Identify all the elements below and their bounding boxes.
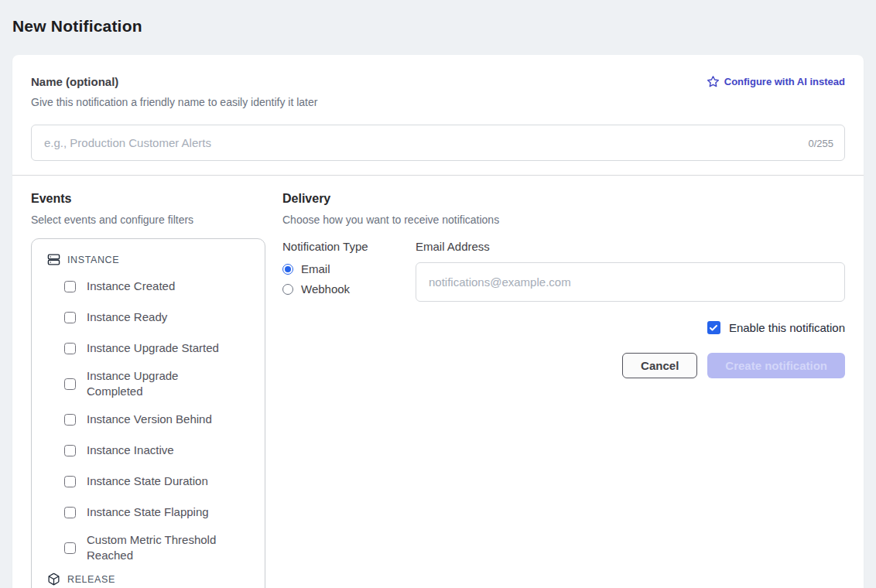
configure-with-ai-link[interactable]: Configure with AI instead xyxy=(707,75,845,88)
radio-option-email[interactable]: Email xyxy=(282,262,416,275)
delivery-title: Delivery xyxy=(282,192,845,206)
enable-notification-checkbox[interactable] xyxy=(707,321,720,334)
event-label: Instance Inactive xyxy=(87,443,174,458)
name-description: Give this notification a friendly name t… xyxy=(31,96,845,108)
event-checkbox[interactable] xyxy=(64,445,76,456)
delivery-section: Delivery Choose how you want to receive … xyxy=(282,192,845,588)
event-group-label: RELEASE xyxy=(67,574,115,585)
enable-notification-label: Enable this notification xyxy=(729,321,845,334)
event-label: Instance Ready xyxy=(87,309,167,325)
server-icon xyxy=(47,253,60,266)
event-label: Instance Created xyxy=(87,279,175,294)
notification-type-group: Notification Type Email Webhook xyxy=(282,240,416,303)
event-checkbox-row[interactable]: Instance Created xyxy=(39,271,257,302)
event-label: Instance State Flapping xyxy=(87,504,209,520)
char-counter: 0/255 xyxy=(808,137,833,149)
event-label: Instance Upgrade Completed xyxy=(87,368,226,399)
event-checkbox[interactable] xyxy=(64,312,76,323)
name-input[interactable] xyxy=(31,125,845,161)
events-title: Events xyxy=(31,192,265,206)
event-label: Instance Upgrade Started xyxy=(87,340,219,356)
event-checkbox-row[interactable]: Instance Ready xyxy=(39,302,257,333)
configure-with-ai-label: Configure with AI instead xyxy=(724,76,845,87)
email-address-group: Email Address xyxy=(416,240,845,303)
event-label: Custom Metric Threshold Reached xyxy=(87,532,226,563)
event-group-instance: INSTANCE xyxy=(39,248,257,271)
event-checkbox-row[interactable]: Instance Upgrade Completed xyxy=(39,364,257,404)
enable-notification-row[interactable]: Enable this notification xyxy=(282,321,845,334)
event-checkbox[interactable] xyxy=(64,542,76,554)
name-field-label: Name (optional) xyxy=(31,75,118,88)
new-notification-card: Name (optional) Configure with AI instea… xyxy=(12,55,864,588)
event-checkbox-row[interactable]: Instance State Duration xyxy=(39,466,257,497)
email-address-input[interactable] xyxy=(416,262,845,302)
delivery-subtitle: Choose how you want to receive notificat… xyxy=(282,214,845,226)
notification-type-label: Notification Type xyxy=(282,240,416,253)
check-icon xyxy=(709,323,718,333)
event-checkbox-row[interactable]: Instance Upgrade Started xyxy=(39,333,257,364)
event-checkbox-row[interactable]: Instance Inactive xyxy=(39,435,257,466)
form-actions: Cancel Create notification xyxy=(282,353,845,378)
events-subtitle: Select events and configure filters xyxy=(31,214,265,226)
event-label: Instance State Duration xyxy=(87,473,208,489)
events-list: Instance Created Instance Ready Instance… xyxy=(39,271,257,568)
radio-webhook-label: Webhook xyxy=(301,282,350,296)
cancel-button[interactable]: Cancel xyxy=(622,353,697,378)
event-checkbox[interactable] xyxy=(64,281,76,292)
event-checkbox[interactable] xyxy=(64,378,76,390)
events-list-panel: INSTANCE Instance Created Instance Ready… xyxy=(31,238,265,588)
event-checkbox[interactable] xyxy=(64,476,76,487)
page-title: New Notification xyxy=(12,0,864,36)
event-checkbox-row[interactable]: Instance Version Behind xyxy=(39,404,257,435)
radio-option-webhook[interactable]: Webhook xyxy=(282,282,416,296)
name-section: Name (optional) Configure with AI instea… xyxy=(12,55,864,175)
event-checkbox-row[interactable]: Instance State Flapping xyxy=(39,497,257,528)
event-group-label: INSTANCE xyxy=(67,255,119,265)
email-address-label: Email Address xyxy=(416,240,845,253)
events-section: Events Select events and configure filte… xyxy=(31,192,265,588)
event-group-release: RELEASE xyxy=(39,568,257,588)
create-notification-button[interactable]: Create notification xyxy=(707,353,845,378)
radio-email[interactable] xyxy=(282,264,293,275)
event-checkbox[interactable] xyxy=(64,507,76,518)
package-icon xyxy=(47,573,60,586)
event-label: Instance Version Behind xyxy=(87,412,212,427)
page: New Notification Name (optional) Configu… xyxy=(0,0,876,588)
event-checkbox[interactable] xyxy=(64,343,76,354)
star-icon xyxy=(707,75,720,88)
event-checkbox[interactable] xyxy=(64,414,76,426)
event-checkbox-row[interactable]: Custom Metric Threshold Reached xyxy=(39,528,257,568)
radio-webhook[interactable] xyxy=(282,284,293,295)
radio-email-label: Email xyxy=(301,262,330,275)
